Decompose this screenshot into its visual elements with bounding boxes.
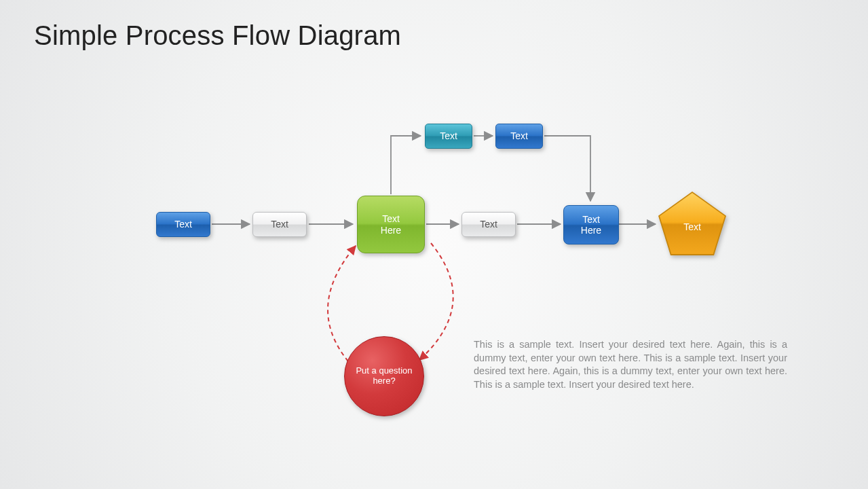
node-top-b[interactable]: Text	[495, 124, 543, 149]
node-5-label: Text Here	[581, 214, 601, 236]
slide: Simple Process Flow Diagram Text Te	[0, 0, 868, 489]
node-top-b-label: Text	[510, 130, 528, 141]
question-label: Put a question here?	[353, 366, 415, 386]
node-5[interactable]: Text Here	[563, 205, 619, 244]
node-3-decision[interactable]: Text Here	[357, 196, 425, 253]
node-2-label: Text	[271, 219, 288, 230]
question-circle[interactable]: Put a question here?	[344, 336, 424, 416]
node-top-a[interactable]: Text	[425, 124, 472, 149]
node-6-pentagon[interactable]: Text	[660, 193, 725, 254]
description-text: This is a sample text. Insert your desir…	[474, 338, 787, 391]
node-4[interactable]: Text	[461, 212, 516, 237]
connectors-layer	[0, 0, 868, 489]
node-1[interactable]: Text	[156, 212, 210, 237]
dashed-arrow-left	[328, 246, 356, 361]
node-6-label: Text	[683, 221, 701, 232]
node-4-label: Text	[480, 219, 497, 230]
slide-title: Simple Process Flow Diagram	[34, 20, 401, 51]
node-3-label: Text Here	[381, 213, 401, 235]
node-2[interactable]: Text	[252, 212, 307, 237]
dashed-arrow-right	[419, 243, 453, 360]
arrow-topB-merge	[544, 136, 590, 201]
node-1-label: Text	[174, 219, 192, 230]
arrow-n3-topA	[391, 136, 421, 194]
node-top-a-label: Text	[440, 130, 457, 141]
